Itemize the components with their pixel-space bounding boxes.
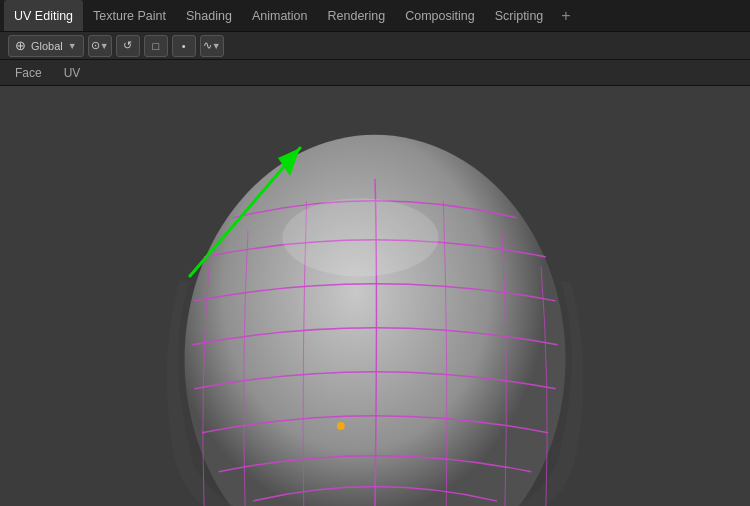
snap-button[interactable]: ⊙ ▼ (88, 35, 112, 57)
svg-point-1 (282, 198, 438, 276)
tab-uv-editing[interactable]: UV Editing (4, 0, 83, 31)
tab-texture-paint[interactable]: Texture Paint (83, 0, 176, 31)
main-toolbar: ⊕ Global ▼ ⊙ ▼ ↺ □ • ∿ ▼ (0, 32, 750, 60)
tab-shading[interactable]: Shading (176, 0, 242, 31)
global-dropdown-arrow: ▼ (68, 41, 77, 51)
snap-dropdown-arrow: ▼ (100, 41, 109, 51)
transform-icon: ⊕ (15, 38, 26, 53)
gizmo-icon: ∿ (203, 39, 212, 52)
3d-viewport[interactable] (0, 86, 750, 506)
workspace-tab-bar: UV Editing Texture Paint Shading Animati… (0, 0, 750, 32)
viewport-shading-solid[interactable]: □ (144, 35, 168, 57)
sub-toolbar: Face UV (0, 60, 750, 86)
solid-shading-icon: □ (152, 40, 159, 52)
proportional-edit-button[interactable]: ↺ (116, 35, 140, 57)
overlay-button[interactable]: • (172, 35, 196, 57)
overlay-icon: • (182, 40, 186, 52)
snap-icon: ⊙ (91, 39, 100, 52)
proportional-icon: ↺ (123, 39, 132, 52)
transform-orientation-button[interactable]: ⊕ Global ▼ (8, 35, 84, 57)
tab-rendering[interactable]: Rendering (318, 0, 396, 31)
gizmo-dropdown-arrow: ▼ (212, 41, 221, 51)
add-workspace-button[interactable]: + (553, 3, 578, 29)
face-select-button[interactable]: Face (6, 63, 51, 83)
gizmo-button[interactable]: ∿ ▼ (200, 35, 224, 57)
tab-scripting[interactable]: Scripting (485, 0, 554, 31)
tab-animation[interactable]: Animation (242, 0, 318, 31)
svg-point-2 (337, 422, 345, 430)
uv-button[interactable]: UV (55, 63, 90, 83)
tab-compositing[interactable]: Compositing (395, 0, 484, 31)
head-mesh (0, 86, 750, 506)
